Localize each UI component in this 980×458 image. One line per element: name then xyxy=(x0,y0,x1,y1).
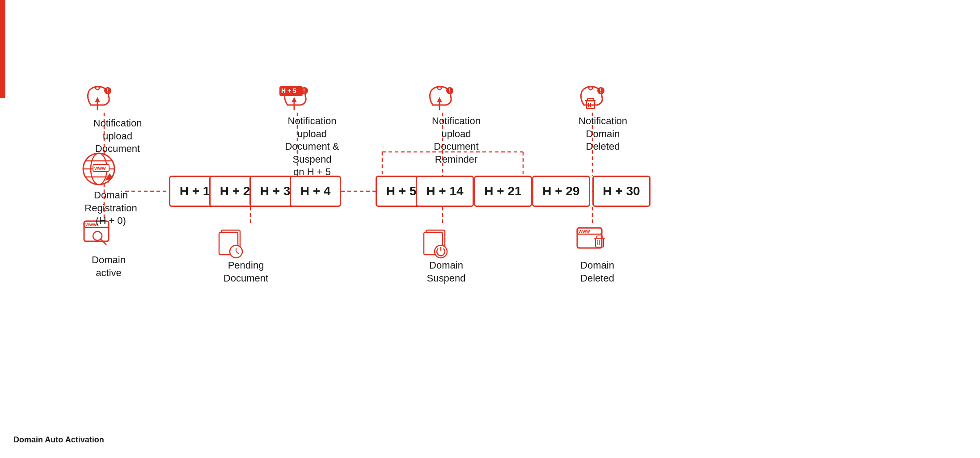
notif-label-4: Notification DomainDeleted xyxy=(568,115,638,153)
svg-rect-54 xyxy=(221,230,240,252)
svg-marker-28 xyxy=(105,173,112,184)
svg-rect-51 xyxy=(587,98,594,101)
svg-point-34 xyxy=(292,86,296,90)
svg-point-52 xyxy=(597,87,604,94)
notification-upload-suspend-icon: ! xyxy=(284,86,308,110)
node-h30-label: H + 30 xyxy=(603,184,640,198)
svg-rect-59 xyxy=(426,230,445,252)
domain-registration-icon: WWW xyxy=(83,153,114,185)
svg-rect-39 xyxy=(279,86,303,96)
node-h29-label: H + 29 xyxy=(542,184,579,198)
node-h2-label: H + 2 xyxy=(220,184,250,198)
svg-rect-47 xyxy=(587,101,595,109)
svg-point-41 xyxy=(438,86,441,90)
notification-domain-deleted-icon: ! xyxy=(581,86,604,109)
node-h1-label: H + 1 xyxy=(180,184,210,198)
svg-text:!: ! xyxy=(303,88,305,94)
diagram-svg: ! WWW WWW ! H + 5 xyxy=(0,0,980,458)
svg-point-46 xyxy=(589,86,592,90)
svg-text:!: ! xyxy=(106,88,108,94)
node-h3-label: H + 3 xyxy=(260,184,291,198)
svg-point-21 xyxy=(83,153,114,185)
node-h5-label: H + 5 xyxy=(386,184,417,198)
notif-label-1: Notification upload Document xyxy=(82,117,153,155)
node-h21: H + 21 xyxy=(474,176,532,207)
svg-rect-66 xyxy=(596,238,604,247)
svg-point-32 xyxy=(93,231,102,240)
pending-doc-label: PendingDocument xyxy=(219,259,273,285)
svg-point-56 xyxy=(230,245,242,258)
svg-marker-18 xyxy=(95,97,100,102)
svg-rect-70 xyxy=(596,236,603,239)
svg-point-19 xyxy=(104,87,111,94)
pending-document-icon xyxy=(219,230,242,258)
node-h14: H + 14 xyxy=(416,176,474,207)
svg-text:!: ! xyxy=(600,88,601,94)
svg-text:H + 5: H + 5 xyxy=(281,87,296,94)
svg-marker-36 xyxy=(291,97,297,102)
svg-text:WWW: WWW xyxy=(94,166,106,171)
svg-point-61 xyxy=(435,245,447,258)
notif-label-3: Notification uploadDocument Reminder xyxy=(417,115,495,166)
footer-text: Domain Auto Activation xyxy=(13,435,104,445)
node-h4: H + 4 xyxy=(290,176,341,207)
svg-rect-63 xyxy=(577,228,602,248)
svg-marker-43 xyxy=(437,97,442,102)
svg-point-44 xyxy=(446,87,453,94)
svg-point-22 xyxy=(91,153,107,185)
node-h4-label: H + 4 xyxy=(300,184,331,198)
domain-reg-label: DomainRegistration(H + 0) xyxy=(82,189,140,227)
node-h21-label: H + 21 xyxy=(484,184,521,198)
svg-line-58 xyxy=(236,252,239,254)
svg-point-37 xyxy=(301,87,308,94)
domain-deleted-icon: WWW xyxy=(577,228,605,248)
left-accent xyxy=(0,0,5,98)
notif-label-2: Notification uploadDocument & Suspendon … xyxy=(272,115,352,179)
svg-rect-26 xyxy=(93,164,109,172)
domain-suspend-label: DomainSuspend xyxy=(419,259,473,285)
svg-text:WWW: WWW xyxy=(579,229,590,234)
notification-upload-icon-1: ! xyxy=(88,86,111,110)
domain-active-label: Domain active xyxy=(82,254,135,279)
notification-upload-reminder-icon: ! xyxy=(430,86,453,110)
svg-rect-64 xyxy=(577,228,602,234)
svg-rect-55 xyxy=(219,232,238,255)
domain-deleted-label: DomainDeleted xyxy=(570,259,624,285)
domain-suspend-icon xyxy=(424,230,447,258)
svg-point-16 xyxy=(96,86,99,90)
node-h30: H + 30 xyxy=(592,176,651,207)
svg-line-33 xyxy=(101,239,106,245)
node-h29: H + 29 xyxy=(532,176,590,207)
node-h14-label: H + 14 xyxy=(426,184,463,198)
svg-rect-60 xyxy=(424,232,443,255)
svg-text:!: ! xyxy=(448,88,450,94)
